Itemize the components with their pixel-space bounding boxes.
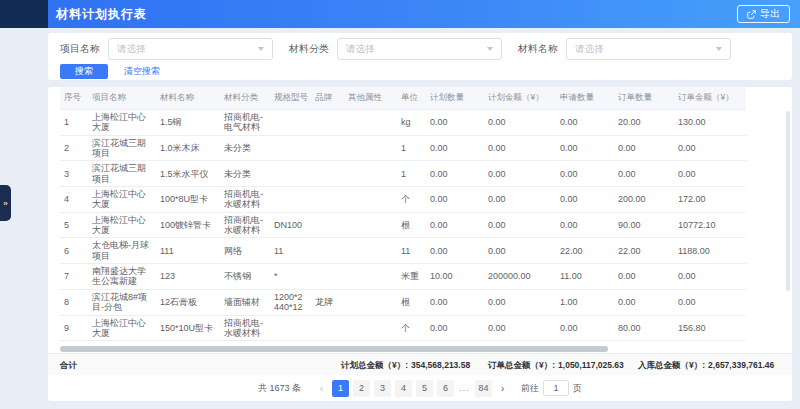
- table-cell: 0.00: [556, 315, 614, 341]
- table-cell: 1: [397, 161, 426, 187]
- table-row[interactable]: 9上海松江中心大厦150*10U型卡招商机电-水暖材料个0.000.000.00…: [60, 315, 746, 341]
- table-cell: [311, 110, 344, 136]
- goto-page: 前往 页: [521, 380, 582, 396]
- table-scroll-area[interactable]: 序号项目名称材料名称材料分类规格型号品牌其他属性单位计划数量计划金额（¥）申请数…: [48, 87, 792, 345]
- summary-total-label: 合计: [60, 360, 77, 372]
- table-cell: 米重: [397, 264, 426, 290]
- project-name-select[interactable]: 请选择: [108, 38, 273, 60]
- table-cell: [311, 264, 344, 290]
- page-button[interactable]: 3: [374, 380, 391, 397]
- page-button[interactable]: 6: [437, 380, 454, 397]
- pager-pages: 123456...84: [330, 380, 494, 397]
- table-row[interactable]: 4上海松江中心大厦100*8U型卡招商机电-水暖材料个0.000.000.002…: [60, 187, 746, 213]
- order-total: 订单总金额（¥）:1,050,117,025.63: [488, 360, 624, 372]
- table-cell: [344, 187, 397, 213]
- table-cell: 太仓电梯-月球项目: [88, 238, 156, 264]
- total-count: 共 1673 条: [258, 382, 301, 395]
- planned-total-value: 354,568,213.58: [411, 360, 470, 370]
- page-title: 材料计划执行表: [56, 6, 147, 23]
- table-cell: 未分类: [220, 161, 270, 187]
- table-cell: 0.00: [484, 110, 556, 136]
- horizontal-scrollbar-thumb[interactable]: [60, 346, 608, 352]
- prev-page-button[interactable]: ‹: [313, 380, 330, 397]
- table-row[interactable]: 1上海松江中心大厦1.5铜招商机电-电气材料kg0.000.000.0020.0…: [60, 110, 746, 136]
- table-cell: DN100: [270, 212, 311, 238]
- page-button[interactable]: 2: [353, 380, 370, 397]
- table-cell: 南翔盛达大学生公寓新建: [88, 264, 156, 290]
- goto-page-input[interactable]: [543, 380, 569, 396]
- table-cell: 3: [60, 161, 88, 187]
- table-cell: [270, 110, 311, 136]
- vertical-scrollbar[interactable]: [786, 111, 790, 291]
- table-cell: [311, 238, 344, 264]
- table-cell: 123: [156, 264, 220, 290]
- table-row[interactable]: 6太仓电梯-月球项目111网络11110.000.0022.0022.00118…: [60, 238, 746, 264]
- double-chevron-right-icon: »: [3, 199, 7, 208]
- table-cell: 22.00: [556, 238, 614, 264]
- table-cell: 0.00: [484, 289, 556, 315]
- table-cell: [270, 187, 311, 213]
- table-cell: 11: [397, 238, 426, 264]
- material-category-label: 材料分类: [289, 42, 329, 56]
- table-cell: [311, 315, 344, 341]
- table-row[interactable]: 5上海松江中心大厦100镀锌管卡招商机电-水暖材料DN100根0.000.000…: [60, 212, 746, 238]
- material-name-select[interactable]: 请选择: [566, 38, 731, 60]
- table-cell: 7: [60, 264, 88, 290]
- table-cell: 墙面辅材: [220, 289, 270, 315]
- table-cell: 招商机电-水暖材料: [220, 212, 270, 238]
- table-row[interactable]: 3滨江花城三期项目1.5米水平仪未分类10.000.000.000.000.00: [60, 161, 746, 187]
- table-cell: 0.00: [556, 135, 614, 161]
- material-category-select[interactable]: 请选择: [337, 38, 502, 60]
- table-cell: 0.00: [484, 315, 556, 341]
- table-cell: 20.00: [614, 110, 674, 136]
- table-row[interactable]: 2滨江花城三期项目1.0米木床未分类10.000.000.000.000.00: [60, 135, 746, 161]
- order-total-value: 1,050,117,025.63: [558, 360, 624, 370]
- inbound-total-value: 2,657,339,761.46: [708, 360, 774, 370]
- table-cell: 172.00: [674, 187, 746, 213]
- next-page-button[interactable]: ›: [494, 380, 511, 397]
- page-button[interactable]: 5: [416, 380, 433, 397]
- clear-search-button[interactable]: 清空搜索: [124, 65, 160, 78]
- table-cell: 200000.00: [484, 264, 556, 290]
- inbound-total-label: 入库总金额（¥）:: [638, 360, 705, 370]
- page-button[interactable]: 84: [475, 380, 492, 397]
- select-placeholder: 请选择: [117, 43, 146, 56]
- table-cell: 0.00: [426, 135, 484, 161]
- table-cell: 个: [397, 187, 426, 213]
- table-cell: 1188.00: [674, 238, 746, 264]
- table-cell: 0.00: [426, 289, 484, 315]
- table-row[interactable]: 7南翔盛达大学生公寓新建123不锈钢*米重10.00200000.0011.00…: [60, 264, 746, 290]
- column-header: 材料分类: [220, 87, 270, 110]
- table-cell: 22.00: [614, 238, 674, 264]
- table-row[interactable]: 8滨江花城8#项目-分包12石膏板墙面辅材1200*2440*12龙牌根0.00…: [60, 289, 746, 315]
- export-button[interactable]: 导出: [737, 5, 790, 23]
- column-header: 材料名称: [156, 87, 220, 110]
- table-cell: [344, 110, 397, 136]
- search-button[interactable]: 搜索: [60, 64, 108, 79]
- column-header: 订单金额（¥）: [674, 87, 746, 110]
- page-button[interactable]: 1: [332, 380, 349, 397]
- table-cell: 上海松江中心大厦: [88, 187, 156, 213]
- select-placeholder: 请选择: [575, 43, 604, 56]
- table-cell: 0.00: [614, 289, 674, 315]
- table-cell: 1200*2440*12: [270, 289, 311, 315]
- column-header: 单位: [397, 87, 426, 110]
- table-cell: 1: [60, 110, 88, 136]
- table-cell: 0.00: [426, 238, 484, 264]
- table-cell: 150*10U型卡: [156, 315, 220, 341]
- table-cell: 0.00: [674, 161, 746, 187]
- table-cell: 0.00: [614, 161, 674, 187]
- table-cell: 200.00: [614, 187, 674, 213]
- table-cell: [344, 238, 397, 264]
- table-cell: 0.00: [426, 212, 484, 238]
- page-button[interactable]: 4: [395, 380, 412, 397]
- logo-corner: [0, 0, 48, 28]
- table-cell: 11.00: [556, 264, 614, 290]
- table-cell: 156.80: [674, 315, 746, 341]
- sidebar-expand-handle[interactable]: »: [0, 185, 11, 221]
- table-cell: 90.00: [614, 212, 674, 238]
- column-header: 规格型号: [270, 87, 311, 110]
- table-cell: 0.00: [614, 264, 674, 290]
- table-cell: [344, 212, 397, 238]
- table-cell: 100*8U型卡: [156, 187, 220, 213]
